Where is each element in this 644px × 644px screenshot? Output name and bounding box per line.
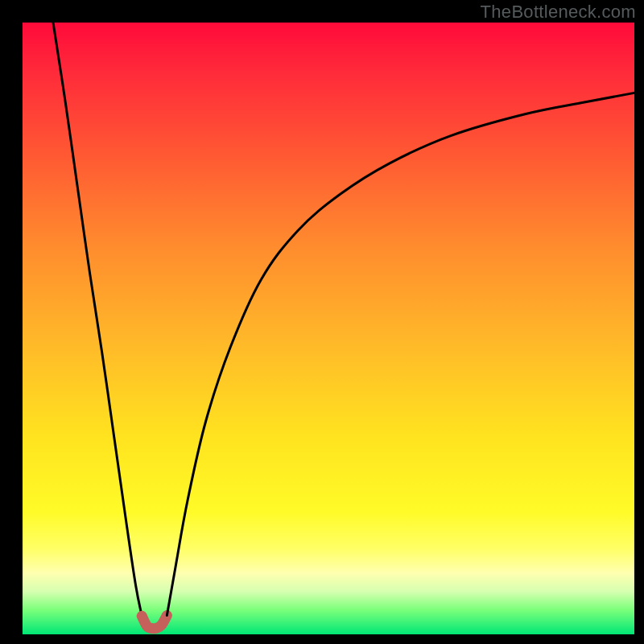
series-valley-marker (142, 615, 167, 628)
series-right-branch (167, 93, 634, 615)
chart-curves (0, 0, 644, 644)
watermark-text: TheBottleneck.com (481, 2, 636, 23)
chart-frame: TheBottleneck.com (0, 0, 644, 644)
series-left-branch (53, 23, 142, 616)
